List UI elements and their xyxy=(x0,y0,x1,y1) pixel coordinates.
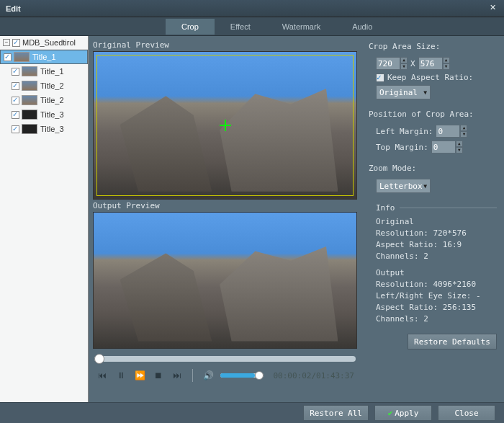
step-up-icon[interactable]: ▲ xyxy=(456,141,463,147)
apply-button[interactable]: ✔Apply xyxy=(374,405,432,421)
tree-root[interactable]: − MDB_Suedtirol xyxy=(0,36,88,50)
crop-size-label: Crop Area Size: xyxy=(369,42,497,51)
step-down-icon[interactable]: ▼ xyxy=(456,147,463,153)
checkbox[interactable] xyxy=(12,111,19,119)
left-margin-input[interactable] xyxy=(436,125,460,138)
crop-center-icon[interactable] xyxy=(220,120,231,131)
checkbox[interactable] xyxy=(4,53,12,61)
tree-item[interactable]: Title_2 xyxy=(0,93,88,107)
tree-item[interactable]: Title_1 xyxy=(0,64,88,79)
thumbnail xyxy=(22,66,37,76)
preview-image xyxy=(94,213,356,348)
checkbox[interactable] xyxy=(12,97,19,104)
transport-bar: ⏮ ⏸ ⏩ ⏹ ⏭ 🔊 00:00:02/01:43:37 xyxy=(93,349,357,386)
tree-item-label: Title_2 xyxy=(40,81,64,90)
thumbnail xyxy=(14,52,30,62)
zoom-mode-value: Letterbox xyxy=(379,182,423,191)
info-text: Aspect Ratio: 16:9 xyxy=(376,240,497,249)
top-margin-stepper[interactable]: ▲▼ xyxy=(431,141,463,153)
crop-height-stepper[interactable]: ▲▼ xyxy=(418,57,450,70)
step-up-icon[interactable]: ▲ xyxy=(460,125,467,131)
prev-icon[interactable]: ⏮ xyxy=(96,369,109,382)
step-up-icon[interactable]: ▲ xyxy=(443,57,450,63)
info-text: Resolution: 4096*2160 xyxy=(376,280,497,289)
fastforward-icon[interactable]: ⏩ xyxy=(133,369,146,382)
restore-all-button[interactable]: Restore All xyxy=(303,405,369,421)
next-icon[interactable]: ⏭ xyxy=(171,369,184,382)
tree-item[interactable]: Title_1 xyxy=(0,50,88,64)
close-button[interactable]: Close xyxy=(438,405,495,421)
left-margin-label: Left Margin: xyxy=(376,127,433,136)
tree-item[interactable]: Title_3 xyxy=(0,107,88,122)
step-down-icon[interactable]: ▼ xyxy=(460,131,467,138)
info-text: Left/Right Eye Size: - xyxy=(376,291,497,300)
thumbnail xyxy=(22,95,37,105)
check-icon: ✔ xyxy=(388,409,393,418)
crop-height-input[interactable] xyxy=(418,57,443,70)
top-margin-input[interactable] xyxy=(431,141,456,153)
thumbnail xyxy=(22,81,37,91)
crop-position-label: Position of Crop Area: xyxy=(369,110,497,119)
crop-width-input[interactable] xyxy=(376,57,400,70)
window-title: Edit xyxy=(6,4,487,13)
pause-icon[interactable]: ⏸ xyxy=(114,369,127,382)
aspect-ratio-select[interactable]: Original ▼ xyxy=(376,85,431,99)
checkbox[interactable] xyxy=(12,39,20,47)
thumbnail xyxy=(22,124,37,134)
stop-icon[interactable]: ⏹ xyxy=(152,369,165,382)
step-down-icon[interactable]: ▼ xyxy=(400,63,408,70)
zoom-mode-label: Zoom Mode: xyxy=(369,164,497,173)
tab-bar: Crop Effect Watermark Audio xyxy=(0,17,504,36)
close-icon[interactable]: ✕ xyxy=(487,3,498,14)
tree-item-label: Title_1 xyxy=(40,67,64,76)
apply-label: Apply xyxy=(395,409,418,418)
tab-effect[interactable]: Effect xyxy=(215,19,266,35)
crop-width-stepper[interactable]: ▲▼ xyxy=(376,57,408,70)
info-original-heading: Original xyxy=(376,217,497,226)
divider xyxy=(400,208,498,208)
restore-defaults-button[interactable]: Restore Defaults xyxy=(408,334,497,349)
collapse-icon[interactable]: − xyxy=(3,39,10,46)
keep-aspect-checkbox[interactable] xyxy=(376,74,384,82)
output-preview-label: Output Preview xyxy=(93,201,357,210)
volume-icon[interactable]: 🔊 xyxy=(202,369,215,382)
info-output-heading: Output xyxy=(376,268,497,277)
tree-item-label: Title_3 xyxy=(40,125,64,133)
info-text: Channels: 2 xyxy=(376,251,497,261)
tab-watermark[interactable]: Watermark xyxy=(266,19,336,35)
left-margin-stepper[interactable]: ▲▼ xyxy=(436,125,467,138)
chevron-down-icon: ▼ xyxy=(423,183,427,190)
original-preview-label: Original Preview xyxy=(93,40,357,50)
top-margin-label: Top Margin: xyxy=(376,143,428,152)
tree-item-label: Title_3 xyxy=(40,110,64,119)
tab-audio[interactable]: Audio xyxy=(336,19,388,35)
info-text: Resolution: 720*576 xyxy=(376,228,497,238)
tree-item[interactable]: Title_2 xyxy=(0,79,88,93)
tree-item-label: Title_1 xyxy=(32,53,56,61)
output-preview xyxy=(93,212,357,349)
separator xyxy=(192,369,193,382)
titlebar: Edit ✕ xyxy=(0,0,504,17)
zoom-mode-select[interactable]: Letterbox ▼ xyxy=(376,179,431,193)
checkbox[interactable] xyxy=(12,82,19,90)
info-text: Channels: 2 xyxy=(376,314,497,324)
checkbox[interactable] xyxy=(12,68,19,76)
checkbox[interactable] xyxy=(12,125,19,133)
original-preview[interactable] xyxy=(93,51,357,200)
volume-slider[interactable] xyxy=(220,373,264,378)
tab-crop[interactable]: Crop xyxy=(166,19,215,35)
title-tree: − MDB_Suedtirol Title_1 Title_1 Title_2 … xyxy=(0,36,89,402)
playback-time: 00:00:02/01:43:37 xyxy=(273,371,354,380)
keep-aspect-label: Keep Aspect Ratio: xyxy=(387,73,473,82)
tree-root-label: MDB_Suedtirol xyxy=(22,38,76,47)
step-down-icon[interactable]: ▼ xyxy=(443,63,450,70)
settings-panel: Crop Area Size: ▲▼ X ▲▼ Keep Aspect Rati… xyxy=(361,36,504,402)
step-up-icon[interactable]: ▲ xyxy=(400,57,408,63)
tree-item[interactable]: Title_3 xyxy=(0,122,88,136)
chevron-down-icon: ▼ xyxy=(423,89,427,96)
aspect-ratio-value: Original xyxy=(379,88,423,97)
tree-item-label: Title_2 xyxy=(40,96,64,104)
footer: Restore All ✔Apply Close xyxy=(0,402,504,423)
seek-slider[interactable] xyxy=(94,356,356,362)
thumbnail xyxy=(22,110,37,120)
